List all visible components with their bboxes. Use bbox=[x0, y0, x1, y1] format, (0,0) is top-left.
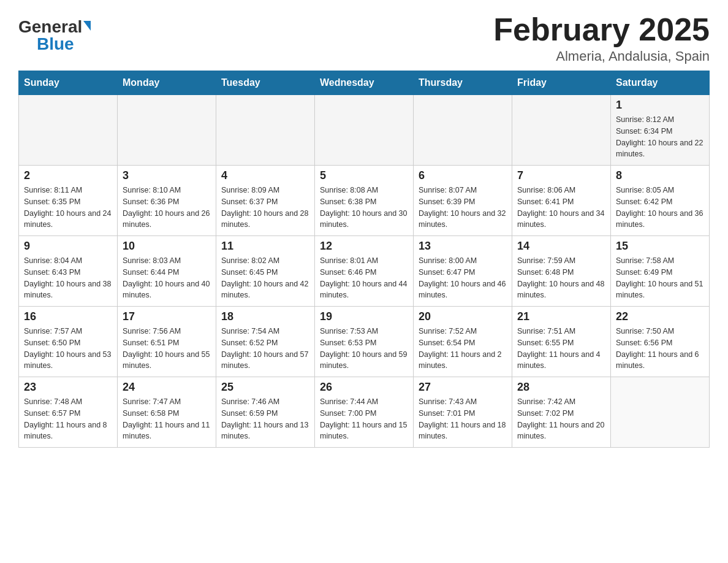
day-number: 27 bbox=[419, 381, 507, 394]
calendar-cell: 4Sunrise: 8:09 AMSunset: 6:37 PMDaylight… bbox=[216, 166, 315, 236]
day-number: 19 bbox=[320, 310, 408, 323]
day-info: Sunrise: 8:08 AMSunset: 6:38 PMDaylight:… bbox=[320, 185, 408, 231]
day-number: 1 bbox=[616, 99, 704, 112]
weekday-header-thursday: Thursday bbox=[414, 71, 512, 95]
day-info: Sunrise: 8:03 AMSunset: 6:44 PMDaylight:… bbox=[123, 255, 211, 301]
calendar-cell: 11Sunrise: 8:02 AMSunset: 6:45 PMDayligh… bbox=[216, 236, 315, 307]
day-number: 15 bbox=[616, 240, 704, 253]
weekday-header-sunday: Sunday bbox=[19, 71, 118, 95]
day-info: Sunrise: 7:47 AMSunset: 6:58 PMDaylight:… bbox=[123, 396, 211, 442]
page-header: General Blue February 2025 Almeria, Anda… bbox=[18, 12, 710, 64]
calendar-cell: 21Sunrise: 7:51 AMSunset: 6:55 PMDayligh… bbox=[512, 307, 611, 377]
day-info: Sunrise: 8:04 AMSunset: 6:43 PMDaylight:… bbox=[24, 255, 112, 301]
calendar-cell: 27Sunrise: 7:43 AMSunset: 7:01 PMDayligh… bbox=[414, 377, 512, 448]
calendar-cell bbox=[118, 95, 216, 166]
day-number: 22 bbox=[616, 310, 704, 323]
weekday-header-monday: Monday bbox=[118, 71, 216, 95]
day-info: Sunrise: 8:10 AMSunset: 6:36 PMDaylight:… bbox=[123, 185, 211, 231]
calendar-cell: 12Sunrise: 8:01 AMSunset: 6:46 PMDayligh… bbox=[315, 236, 414, 307]
day-number: 21 bbox=[517, 310, 605, 323]
day-info: Sunrise: 7:58 AMSunset: 6:49 PMDaylight:… bbox=[616, 255, 704, 301]
day-info: Sunrise: 7:59 AMSunset: 6:48 PMDaylight:… bbox=[517, 255, 605, 301]
day-number: 16 bbox=[24, 310, 112, 323]
day-number: 17 bbox=[123, 310, 211, 323]
day-info: Sunrise: 8:11 AMSunset: 6:35 PMDaylight:… bbox=[24, 185, 112, 231]
day-number: 18 bbox=[221, 310, 309, 323]
day-info: Sunrise: 7:56 AMSunset: 6:51 PMDaylight:… bbox=[123, 326, 211, 372]
weekday-header-friday: Friday bbox=[512, 71, 611, 95]
calendar-cell: 15Sunrise: 7:58 AMSunset: 6:49 PMDayligh… bbox=[611, 236, 710, 307]
day-number: 9 bbox=[24, 240, 112, 253]
day-number: 11 bbox=[221, 240, 309, 253]
day-info: Sunrise: 7:54 AMSunset: 6:52 PMDaylight:… bbox=[221, 326, 309, 372]
calendar-table: SundayMondayTuesdayWednesdayThursdayFrid… bbox=[18, 71, 710, 448]
day-number: 25 bbox=[221, 381, 309, 394]
weekday-header-row: SundayMondayTuesdayWednesdayThursdayFrid… bbox=[19, 71, 710, 95]
calendar-cell: 17Sunrise: 7:56 AMSunset: 6:51 PMDayligh… bbox=[118, 307, 216, 377]
calendar-cell: 10Sunrise: 8:03 AMSunset: 6:44 PMDayligh… bbox=[118, 236, 216, 307]
calendar-cell: 19Sunrise: 7:53 AMSunset: 6:53 PMDayligh… bbox=[315, 307, 414, 377]
calendar-cell: 7Sunrise: 8:06 AMSunset: 6:41 PMDaylight… bbox=[512, 166, 611, 236]
calendar-cell: 2Sunrise: 8:11 AMSunset: 6:35 PMDaylight… bbox=[19, 166, 118, 236]
day-number: 13 bbox=[419, 240, 507, 253]
day-info: Sunrise: 7:52 AMSunset: 6:54 PMDaylight:… bbox=[419, 326, 507, 372]
day-info: Sunrise: 7:51 AMSunset: 6:55 PMDaylight:… bbox=[517, 326, 605, 372]
calendar-week-row: 9Sunrise: 8:04 AMSunset: 6:43 PMDaylight… bbox=[19, 236, 710, 307]
calendar-cell: 6Sunrise: 8:07 AMSunset: 6:39 PMDaylight… bbox=[414, 166, 512, 236]
day-info: Sunrise: 8:00 AMSunset: 6:47 PMDaylight:… bbox=[419, 255, 507, 301]
day-number: 4 bbox=[221, 169, 309, 182]
day-number: 20 bbox=[419, 310, 507, 323]
logo-general-text: General bbox=[18, 18, 82, 36]
calendar-cell: 9Sunrise: 8:04 AMSunset: 6:43 PMDaylight… bbox=[19, 236, 118, 307]
calendar-cell: 14Sunrise: 7:59 AMSunset: 6:48 PMDayligh… bbox=[512, 236, 611, 307]
day-info: Sunrise: 8:07 AMSunset: 6:39 PMDaylight:… bbox=[419, 185, 507, 231]
calendar-week-row: 1Sunrise: 8:12 AMSunset: 6:34 PMDaylight… bbox=[19, 95, 710, 166]
calendar-cell: 24Sunrise: 7:47 AMSunset: 6:58 PMDayligh… bbox=[118, 377, 216, 448]
day-number: 23 bbox=[24, 381, 112, 394]
calendar-cell: 1Sunrise: 8:12 AMSunset: 6:34 PMDaylight… bbox=[611, 95, 710, 166]
logo-blue-text: Blue bbox=[37, 36, 74, 53]
day-number: 6 bbox=[419, 169, 507, 182]
calendar-cell: 28Sunrise: 7:42 AMSunset: 7:02 PMDayligh… bbox=[512, 377, 611, 448]
day-number: 2 bbox=[24, 169, 112, 182]
day-number: 12 bbox=[320, 240, 408, 253]
day-info: Sunrise: 7:43 AMSunset: 7:01 PMDaylight:… bbox=[419, 396, 507, 442]
day-info: Sunrise: 7:44 AMSunset: 7:00 PMDaylight:… bbox=[320, 396, 408, 442]
calendar-cell: 3Sunrise: 8:10 AMSunset: 6:36 PMDaylight… bbox=[118, 166, 216, 236]
day-info: Sunrise: 8:09 AMSunset: 6:37 PMDaylight:… bbox=[221, 185, 309, 231]
calendar-cell: 22Sunrise: 7:50 AMSunset: 6:56 PMDayligh… bbox=[611, 307, 710, 377]
calendar-cell: 5Sunrise: 8:08 AMSunset: 6:38 PMDaylight… bbox=[315, 166, 414, 236]
calendar-cell bbox=[315, 95, 414, 166]
day-number: 8 bbox=[616, 169, 704, 182]
calendar-cell bbox=[512, 95, 611, 166]
calendar-cell bbox=[414, 95, 512, 166]
calendar-cell: 16Sunrise: 7:57 AMSunset: 6:50 PMDayligh… bbox=[19, 307, 118, 377]
calendar-cell: 23Sunrise: 7:48 AMSunset: 6:57 PMDayligh… bbox=[19, 377, 118, 448]
day-info: Sunrise: 8:01 AMSunset: 6:46 PMDaylight:… bbox=[320, 255, 408, 301]
day-number: 3 bbox=[123, 169, 211, 182]
calendar-cell bbox=[19, 95, 118, 166]
calendar-week-row: 16Sunrise: 7:57 AMSunset: 6:50 PMDayligh… bbox=[19, 307, 710, 377]
day-number: 14 bbox=[517, 240, 605, 253]
logo-arrow-icon bbox=[83, 21, 91, 31]
day-info: Sunrise: 7:53 AMSunset: 6:53 PMDaylight:… bbox=[320, 326, 408, 372]
day-number: 26 bbox=[320, 381, 408, 394]
day-number: 7 bbox=[517, 169, 605, 182]
calendar-cell bbox=[611, 377, 710, 448]
day-number: 24 bbox=[123, 381, 211, 394]
calendar-cell: 26Sunrise: 7:44 AMSunset: 7:00 PMDayligh… bbox=[315, 377, 414, 448]
month-title: February 2025 bbox=[493, 12, 710, 47]
day-info: Sunrise: 7:46 AMSunset: 6:59 PMDaylight:… bbox=[221, 396, 309, 442]
weekday-header-saturday: Saturday bbox=[611, 71, 710, 95]
day-number: 28 bbox=[517, 381, 605, 394]
weekday-header-wednesday: Wednesday bbox=[315, 71, 414, 95]
location-subtitle: Almeria, Andalusia, Spain bbox=[493, 48, 710, 64]
day-number: 10 bbox=[123, 240, 211, 253]
title-block: February 2025 Almeria, Andalusia, Spain bbox=[493, 12, 710, 64]
logo: General Blue bbox=[18, 18, 91, 53]
calendar-cell bbox=[216, 95, 315, 166]
day-info: Sunrise: 7:57 AMSunset: 6:50 PMDaylight:… bbox=[24, 326, 112, 372]
calendar-cell: 18Sunrise: 7:54 AMSunset: 6:52 PMDayligh… bbox=[216, 307, 315, 377]
calendar-week-row: 2Sunrise: 8:11 AMSunset: 6:35 PMDaylight… bbox=[19, 166, 710, 236]
calendar-cell: 13Sunrise: 8:00 AMSunset: 6:47 PMDayligh… bbox=[414, 236, 512, 307]
